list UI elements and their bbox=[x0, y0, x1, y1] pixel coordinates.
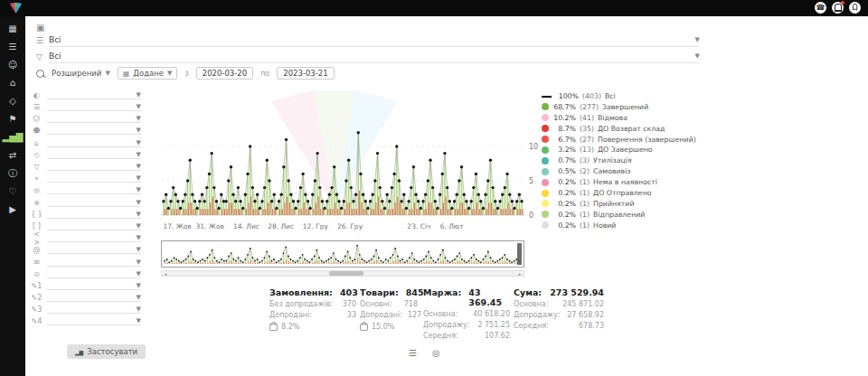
chart-brush[interactable] bbox=[161, 240, 524, 268]
legend-item[interactable]: 100%(403)Всі bbox=[542, 92, 696, 100]
globe-filter-select[interactable]: ▼ bbox=[47, 186, 141, 194]
chevron-down-icon: ▼ bbox=[137, 91, 141, 99]
legend-percent: 100% bbox=[555, 92, 579, 100]
date-to-input[interactable]: 2023-03-21 bbox=[277, 67, 334, 80]
chevron-down-icon: ▼ bbox=[137, 294, 141, 301]
x-tick-label: 26. Гру bbox=[332, 222, 368, 230]
home-filter-select[interactable]: ▼ bbox=[47, 139, 141, 147]
list-filter-select[interactable]: ▼ bbox=[47, 103, 141, 111]
info-icon[interactable]: ⓘ bbox=[8, 169, 17, 178]
product-filter-select[interactable]: ▼ bbox=[47, 151, 141, 159]
stat-sub-value: 718 bbox=[404, 300, 418, 308]
favorites-icon[interactable]: ♡ bbox=[9, 187, 17, 196]
legend-item[interactable]: 0.2%(1)ДО Отправлено bbox=[542, 189, 696, 197]
analytics-icon[interactable]: ▂▅▇ bbox=[2, 133, 23, 142]
scroll-left-icon[interactable]: ◂ bbox=[162, 271, 169, 277]
note1-filter-select[interactable]: ▼ bbox=[47, 282, 141, 290]
chevron-down-icon: ▼ bbox=[137, 151, 141, 158]
target-filter-select[interactable]: ▼ bbox=[47, 174, 141, 183]
app-logo-icon[interactable] bbox=[9, 3, 23, 14]
search-icon[interactable] bbox=[36, 70, 44, 78]
video-icon[interactable]: ▶ bbox=[9, 205, 16, 214]
braces-filter-select[interactable]: ▼ bbox=[47, 211, 141, 219]
legend-count: (1) bbox=[580, 211, 590, 219]
apply-label: Застосувати bbox=[87, 347, 137, 356]
products-icon[interactable]: ◇ bbox=[9, 97, 16, 106]
marketing-icon[interactable]: ⚑ bbox=[9, 115, 17, 124]
legend-percent: 8.7% bbox=[552, 125, 576, 133]
filter-select-1-value: Всі bbox=[49, 35, 61, 44]
date-from-input[interactable]: 2020-03-20 bbox=[196, 67, 253, 80]
scrollbar-track[interactable] bbox=[169, 271, 516, 276]
bell-icon[interactable] bbox=[832, 2, 844, 14]
globe-view-icon[interactable]: ◎ bbox=[432, 348, 440, 358]
date-field-dropdown[interactable]: ▦ Додане ▼ bbox=[118, 67, 178, 80]
stat-column: Товари:845Основні:718Допродані:12715.0% bbox=[360, 287, 418, 331]
phone-icon[interactable]: ☎ bbox=[815, 2, 826, 14]
x-tick-label: 17. Жов bbox=[159, 222, 195, 230]
note3-filter-select[interactable]: ▼ bbox=[47, 306, 141, 314]
legend-item[interactable]: 6.7%(27)Повернення (завершений) bbox=[542, 136, 696, 144]
filter-row: @▼ bbox=[31, 245, 141, 255]
chart-scrollbar[interactable]: ◂ ▸ bbox=[161, 270, 524, 277]
plus-filter-select[interactable]: ▼ bbox=[47, 199, 141, 207]
legend-count: (27) bbox=[580, 136, 594, 144]
funnel-filter-select[interactable]: ▼ bbox=[47, 163, 141, 171]
advanced-search-dropdown[interactable]: Розширений ▼ bbox=[52, 69, 110, 78]
legend-item[interactable]: 68.7%(277)Завершений bbox=[542, 103, 696, 111]
orders-icon[interactable]: ☰ bbox=[9, 42, 17, 52]
filter-row: ✎2▼ bbox=[31, 293, 141, 303]
filter-select-1[interactable]: Всі ▼ bbox=[49, 33, 700, 47]
brush-handle[interactable] bbox=[517, 243, 522, 265]
x-tick-label: 12. Гру bbox=[297, 222, 334, 230]
legend-label: Новий bbox=[593, 221, 616, 230]
user-filter-select[interactable]: ▼ bbox=[47, 115, 141, 123]
dashboard-icon[interactable]: ▦ bbox=[8, 24, 16, 33]
chevron-down-icon: ▼ bbox=[137, 139, 141, 146]
integrations-icon[interactable]: ⇄ bbox=[9, 151, 16, 160]
upsell-percent: 15.0% bbox=[372, 323, 394, 331]
note2-filter-select[interactable]: ▼ bbox=[47, 294, 141, 302]
legend-item[interactable]: 0.2%(1)Прийнятий bbox=[542, 200, 696, 208]
target-filter-icon: ⌖ bbox=[31, 174, 42, 183]
at-filter-select[interactable]: ▼ bbox=[47, 246, 141, 254]
legend-item[interactable]: 3.2%(13)ДО Завершено bbox=[542, 146, 696, 154]
legend-item[interactable]: 0.2%(1)Новий bbox=[542, 221, 696, 230]
legend-item[interactable]: 0.5%(2)Самовивіз bbox=[542, 167, 696, 175]
legend-item[interactable]: 10.2%(41)Відмова bbox=[542, 114, 696, 122]
store-icon[interactable]: ⌂ bbox=[10, 79, 15, 88]
apply-button[interactable]: ▂▆ Застосувати bbox=[67, 344, 146, 359]
legend-item[interactable]: 8.7%(35)ДО Возврат склад bbox=[542, 125, 696, 133]
legend-swatch bbox=[542, 221, 549, 229]
legend-swatch bbox=[542, 157, 549, 164]
bag-icon bbox=[269, 324, 278, 331]
dot-filter-select[interactable]: ▼ bbox=[47, 270, 141, 278]
legend-percent: 3.2% bbox=[552, 146, 576, 154]
brackets-filter-select[interactable]: ▼ bbox=[47, 222, 141, 230]
scroll-right-icon[interactable]: ▸ bbox=[516, 271, 524, 277]
plus-filter-icon: ⊕ bbox=[31, 199, 42, 207]
headset-icon[interactable]: Ω bbox=[849, 2, 861, 14]
orders-timeline-chart[interactable] bbox=[161, 89, 524, 224]
legend-item[interactable]: 0.2%(1)Відправлений bbox=[542, 211, 696, 219]
note4-filter-select[interactable]: ▼ bbox=[47, 317, 141, 325]
scrollbar-thumb[interactable] bbox=[329, 271, 363, 276]
legend-item[interactable]: 0.7%(3)Утилізація bbox=[542, 156, 696, 164]
chevron-down-icon: ▼ bbox=[137, 282, 141, 289]
analytics-dashboard: ☎Ω ▦☰☺⌂◇⚑▂▅▇⇄ⓘ♡▶ ▣ ☰ Всі ▼ ▽ Всі ▼ Розши… bbox=[0, 0, 868, 376]
filter-select-2[interactable]: Всі ▼ bbox=[49, 49, 700, 63]
pie-filter-select[interactable]: ▼ bbox=[47, 91, 141, 99]
customers-icon[interactable]: ☺ bbox=[8, 61, 17, 70]
mail-filter-select[interactable]: ▼ bbox=[47, 258, 141, 267]
users-filter-select[interactable]: ▼ bbox=[47, 127, 141, 135]
chevron-down-icon: ▼ bbox=[137, 270, 141, 277]
list-view-icon[interactable]: ☰ bbox=[409, 348, 417, 358]
upsell-percent: 8.2% bbox=[281, 323, 299, 331]
presentation-icon[interactable]: ▣ bbox=[36, 23, 44, 33]
chevron-down-icon: ▼ bbox=[137, 258, 141, 266]
angle-filter-select[interactable]: ▼ bbox=[47, 234, 141, 242]
legend-percent: 68.7% bbox=[552, 103, 576, 111]
legend-item[interactable]: 0.2%(1)Нема в наявності bbox=[542, 178, 696, 186]
chart-legend: 100%(403)Всі68.7%(277)Завершений10.2%(41… bbox=[542, 92, 696, 230]
legend-percent: 0.2% bbox=[552, 189, 576, 197]
